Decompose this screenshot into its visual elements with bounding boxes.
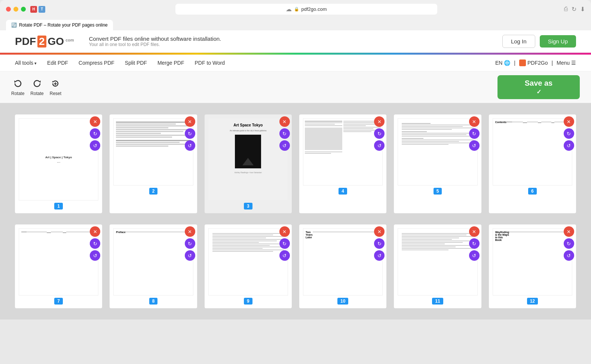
page-6-delete[interactable]: ✕ <box>564 116 574 127</box>
header-actions: Log In Sign Up <box>502 35 576 48</box>
rotate-right-label: Rotate <box>30 91 43 96</box>
page-8-delete[interactable]: ✕ <box>185 226 195 237</box>
page-12-controls: ✕ ↻ ↺ <box>564 226 574 261</box>
site-header: PDF2GOcom Convert PDF files online witho… <box>0 30 591 53</box>
page-2-rotate-right[interactable]: ↻ <box>185 128 195 139</box>
page-6-thumb: Contents <box>493 118 572 186</box>
rotate-left-button[interactable]: Rotate <box>11 78 24 96</box>
nav-merge-pdf[interactable]: Merge PDF <box>157 55 184 71</box>
extension-t-icon[interactable]: T <box>39 6 45 13</box>
minimize-button[interactable] <box>13 7 18 12</box>
extension-h-icon[interactable]: H <box>30 6 37 13</box>
page-5-delete[interactable]: ✕ <box>469 116 480 127</box>
page-8-rotate-left[interactable]: ↺ <box>185 250 195 261</box>
page-3-rotate-left[interactable]: ↺ <box>279 140 290 151</box>
page-2-delete[interactable]: ✕ <box>185 116 195 127</box>
page-10-rotate-left[interactable]: ↺ <box>374 250 385 261</box>
pdf-page-6: ✕ ↻ ↺ Contents <box>489 114 576 213</box>
share-icon[interactable]: ⎙ <box>564 6 568 13</box>
page-2-number: 2 <box>149 188 158 195</box>
page-1-rotate-left[interactable]: ↺ <box>90 140 100 151</box>
page-2-rotate-left[interactable]: ↺ <box>185 140 195 151</box>
pdf-page-2: ✕ ↻ ↺ <box>110 114 197 213</box>
tagline-sub: Your all in one tool to edit PDF files. <box>89 42 221 47</box>
nav-compress-pdf[interactable]: Compress PDF <box>79 55 114 71</box>
nav-edit-pdf[interactable]: Edit PDF <box>47 55 68 71</box>
page-1-controls: ✕ ↻ ↺ <box>90 116 100 151</box>
content-area: ✕ ↻ ↺ Art | Space | Tokyo • • • 1 ✕ ↻ <box>0 103 591 319</box>
page-9-number: 9 <box>244 298 252 305</box>
page-8-number: 8 <box>149 298 158 305</box>
page-9-delete[interactable]: ✕ <box>279 226 290 237</box>
page-3-rotate-right[interactable]: ↻ <box>279 128 290 139</box>
download-icon[interactable]: ⬇ <box>580 6 585 13</box>
nav-lang[interactable]: EN 🌐 <box>495 60 510 66</box>
nav-all-tools[interactable]: All tools <box>15 55 37 71</box>
tab-title: Rotate PDF – Rotate your PDF pages onlin… <box>19 22 108 28</box>
page-7-rotate-right[interactable]: ↻ <box>90 238 100 249</box>
nav-split-pdf[interactable]: Split PDF <box>125 55 147 71</box>
logo: PDF2GOcom <box>15 36 74 48</box>
page-11-rotate-left[interactable]: ↺ <box>469 250 480 261</box>
url-text: pdf2go.com <box>301 6 327 12</box>
page-7-controls: ✕ ↻ ↺ <box>90 226 100 261</box>
page-5-rotate-right[interactable]: ↻ <box>469 128 480 139</box>
browser-tabs: 🔄 Rotate PDF – Rotate your PDF pages onl… <box>6 18 585 30</box>
signup-button[interactable]: Sign Up <box>540 35 576 48</box>
logo-com: com <box>65 38 74 42</box>
toolbar: Rotate Rotate Reset Save as ✓ <box>0 71 591 103</box>
page-8-thumb: Preface <box>113 228 193 296</box>
close-button[interactable] <box>6 7 11 12</box>
page-3-thumb: Art Space Tokyo An intimate guide to the… <box>208 118 288 201</box>
save-as-button[interactable]: Save as ✓ <box>497 75 580 99</box>
page-11-rotate-right[interactable]: ↻ <box>469 238 480 249</box>
page-9-rotate-left[interactable]: ↺ <box>279 250 290 261</box>
page-12-rotate-left[interactable]: ↺ <box>564 250 574 261</box>
page-1-number: 1 <box>54 203 63 209</box>
page-4-rotate-left[interactable]: ↺ <box>374 140 385 151</box>
page-4-delete[interactable]: ✕ <box>374 116 385 127</box>
active-tab[interactable]: 🔄 Rotate PDF – Rotate your PDF pages onl… <box>6 20 113 30</box>
page-5-rotate-left[interactable]: ↺ <box>469 140 480 151</box>
page-3-delete[interactable]: ✕ <box>279 116 290 127</box>
pdf-page-9: ✕ ↻ ↺ <box>205 224 292 308</box>
page-7-delete[interactable]: ✕ <box>90 226 100 237</box>
page-1-rotate-right[interactable]: ↻ <box>90 128 100 139</box>
cloud-icon: ☁ <box>286 6 292 13</box>
page-1-delete[interactable]: ✕ <box>90 116 100 127</box>
reset-button[interactable]: Reset <box>50 78 61 96</box>
page-7-rotate-left[interactable]: ↺ <box>90 250 100 261</box>
nav-pdf-to-word[interactable]: PDF to Word <box>195 55 225 71</box>
page-12-thumb: Wayfinding & the Maps in this Book <box>493 228 572 296</box>
page-4-rotate-right[interactable]: ↻ <box>374 128 385 139</box>
save-as-check-icon: ✓ <box>536 88 541 95</box>
rotate-right-button[interactable]: Rotate <box>30 78 43 96</box>
logo-go: GO <box>48 36 64 48</box>
nav-pdf2go[interactable]: PDF2Go <box>519 59 548 66</box>
login-button[interactable]: Log In <box>502 35 535 48</box>
page-8-rotate-right[interactable]: ↻ <box>185 238 195 249</box>
nav-separator2: | <box>551 60 553 66</box>
header-tagline: Convert PDF files online without softwar… <box>89 36 221 47</box>
pdf-page-4: ✕ ↻ ↺ <box>299 114 386 213</box>
page-6-rotate-left[interactable]: ↺ <box>564 140 574 151</box>
nav-menu[interactable]: Menu ☰ <box>557 60 576 66</box>
page-10-delete[interactable]: ✕ <box>374 226 385 237</box>
page-7-number: 7 <box>54 298 63 305</box>
page-6-number: 6 <box>528 188 537 195</box>
page-12-rotate-right[interactable]: ↻ <box>564 238 574 249</box>
refresh-icon[interactable]: ↻ <box>572 6 576 13</box>
page-6-rotate-right[interactable]: ↻ <box>564 128 574 139</box>
page-8-controls: ✕ ↻ ↺ <box>185 226 195 261</box>
address-bar[interactable]: ☁ 🔒 pdf2go.com <box>175 4 437 15</box>
page-10-rotate-right[interactable]: ↻ <box>374 238 385 249</box>
pdf-page-1: ✕ ↻ ↺ Art | Space | Tokyo • • • 1 <box>15 114 102 213</box>
site-nav: All tools Edit PDF Compress PDF Split PD… <box>0 55 591 71</box>
page-11-delete[interactable]: ✕ <box>469 226 480 237</box>
page-9-rotate-right[interactable]: ↻ <box>279 238 290 249</box>
pdf2go-nav-icon <box>519 59 526 66</box>
maximize-button[interactable] <box>21 7 26 12</box>
pdf-grid-row2: ✕ ↻ ↺ <box>15 224 576 308</box>
page-12-delete[interactable]: ✕ <box>564 226 574 237</box>
logo-2: 2 <box>37 36 46 48</box>
